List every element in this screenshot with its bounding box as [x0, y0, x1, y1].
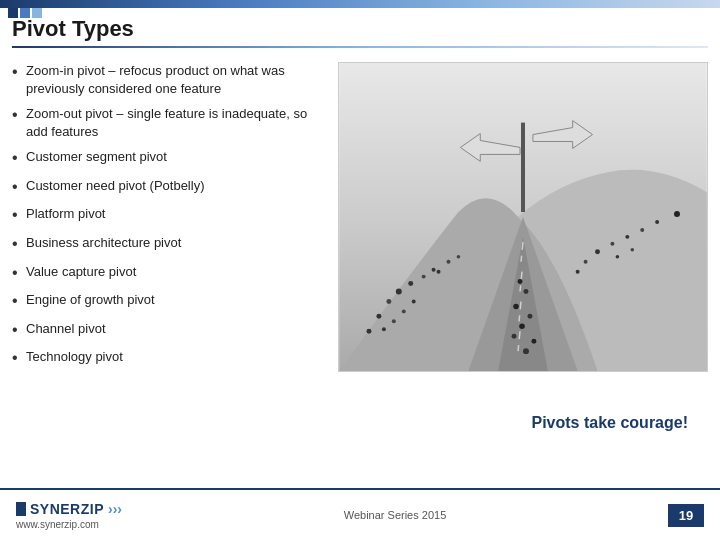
- bullet-text: Technology pivot: [26, 348, 322, 366]
- title-underline: [12, 46, 708, 48]
- bullet-text: Engine of growth pivot: [26, 291, 322, 309]
- svg-point-24: [616, 255, 620, 259]
- svg-point-15: [437, 270, 441, 274]
- bullet-item: •Customer segment pivot: [12, 148, 322, 169]
- bullet-item: •Zoom-in pivot – refocus product on what…: [12, 62, 322, 97]
- bullet-dot: •: [12, 147, 26, 169]
- svg-point-12: [392, 319, 396, 323]
- svg-point-16: [402, 309, 406, 313]
- logo-text: SYNERZIP: [30, 501, 104, 517]
- bullet-item: •Business architecture pivot: [12, 234, 322, 255]
- svg-point-17: [382, 327, 386, 331]
- logo-area: SYNERZIP ››› www.synerzip.com: [16, 501, 122, 530]
- callout-text: Pivots take courage!: [532, 414, 689, 432]
- svg-point-35: [674, 211, 680, 217]
- svg-point-25: [631, 248, 635, 252]
- bullet-dot: •: [12, 176, 26, 198]
- top-decorative-bar: [0, 0, 720, 8]
- svg-point-19: [610, 242, 614, 246]
- svg-point-9: [376, 314, 381, 319]
- bullet-dot: •: [12, 104, 26, 126]
- crossroads-image: [338, 62, 708, 372]
- svg-point-27: [518, 279, 523, 284]
- svg-point-21: [640, 228, 644, 232]
- bullet-item: •Engine of growth pivot: [12, 291, 322, 312]
- bullet-text: Business architecture pivot: [26, 234, 322, 252]
- svg-point-23: [584, 260, 588, 264]
- bullet-item: •Technology pivot: [12, 348, 322, 369]
- svg-point-11: [412, 299, 416, 303]
- bullet-text: Customer segment pivot: [26, 148, 322, 166]
- svg-point-7: [422, 275, 426, 279]
- svg-point-22: [655, 220, 659, 224]
- bullet-item: •Channel pivot: [12, 320, 322, 341]
- svg-point-14: [457, 255, 461, 259]
- bullet-dot: •: [12, 319, 26, 341]
- svg-point-18: [595, 249, 600, 254]
- webinar-label: Webinar Series 2015: [344, 509, 447, 521]
- logo-block: SYNERZIP ››› www.synerzip.com: [16, 501, 122, 530]
- bullet-text: Platform pivot: [26, 205, 322, 223]
- bullet-dot: •: [12, 233, 26, 255]
- title-area: Pivot Types: [12, 16, 708, 48]
- page-number: 19: [668, 504, 704, 527]
- bullet-item: •Platform pivot: [12, 205, 322, 226]
- logo-arrows-icon: ›››: [108, 501, 122, 517]
- bullet-text: Channel pivot: [26, 320, 322, 338]
- svg-point-10: [446, 260, 450, 264]
- svg-point-32: [512, 334, 517, 339]
- svg-point-20: [625, 235, 629, 239]
- website-text: www.synerzip.com: [16, 519, 122, 530]
- bullet-dot: •: [12, 262, 26, 284]
- bullet-dot: •: [12, 290, 26, 312]
- bullet-item: •Zoom-out pivot – single feature is inad…: [12, 105, 322, 140]
- bullet-text: Zoom-in pivot – refocus product on what …: [26, 62, 322, 97]
- bullet-item: •Value capture pivot: [12, 263, 322, 284]
- content-area: •Zoom-in pivot – refocus product on what…: [12, 62, 708, 460]
- svg-rect-1: [521, 123, 525, 212]
- slide-title: Pivot Types: [12, 16, 708, 42]
- svg-point-26: [576, 270, 580, 274]
- svg-point-6: [386, 299, 391, 304]
- svg-point-5: [408, 281, 413, 286]
- bullet-text: Customer need pivot (Potbelly): [26, 177, 322, 195]
- bullet-text: Value capture pivot: [26, 263, 322, 281]
- bullet-item: •Customer need pivot (Potbelly): [12, 177, 322, 198]
- bullet-list: •Zoom-in pivot – refocus product on what…: [12, 62, 322, 377]
- svg-point-29: [513, 304, 519, 310]
- bullet-dot: •: [12, 204, 26, 226]
- svg-point-4: [396, 289, 402, 295]
- svg-point-28: [523, 289, 528, 294]
- svg-point-31: [519, 324, 525, 330]
- bullet-dot: •: [12, 61, 26, 83]
- footer-bar: SYNERZIP ››› www.synerzip.com Webinar Se…: [0, 488, 720, 540]
- bullet-text: Zoom-out pivot – single feature is inade…: [26, 105, 322, 140]
- svg-point-34: [523, 348, 529, 354]
- svg-point-30: [527, 314, 532, 319]
- bullet-dot: •: [12, 347, 26, 369]
- svg-point-8: [432, 268, 436, 272]
- svg-point-33: [531, 339, 536, 344]
- svg-point-13: [367, 329, 372, 334]
